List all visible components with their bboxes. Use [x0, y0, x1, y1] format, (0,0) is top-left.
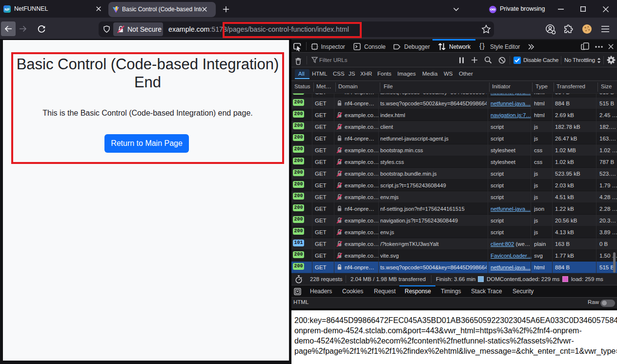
svg-text:NF: NF [4, 7, 10, 12]
